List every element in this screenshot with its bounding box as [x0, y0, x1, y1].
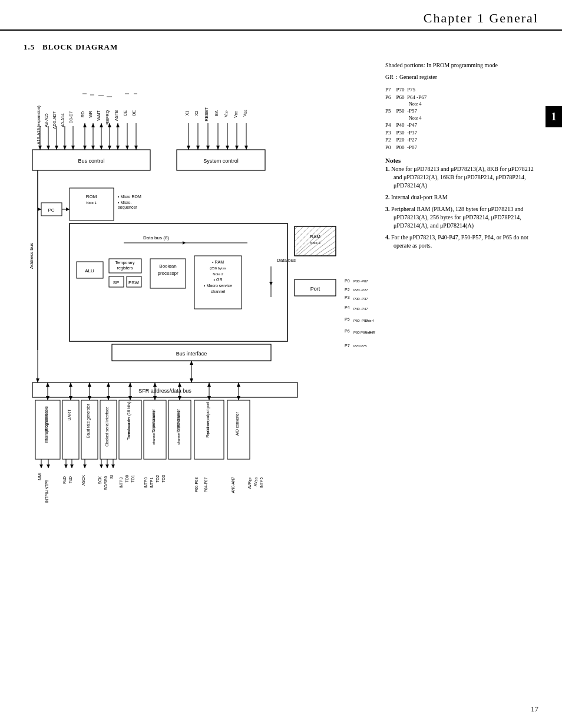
svg-marker-186 [47, 465, 50, 468]
svg-text:Note 4: Note 4 [365, 319, 374, 322]
svg-text:• Micro ROM: • Micro ROM [118, 195, 141, 199]
svg-marker-247 [190, 361, 193, 365]
svg-text:AVSS: AVSS [253, 477, 258, 486]
note-2: 2. Internal dual-port RAM [385, 193, 538, 202]
svg-marker-34 [71, 146, 75, 150]
svg-text:INTP0: INTP0 [144, 477, 148, 489]
svg-text:P40: P40 [353, 307, 360, 311]
svg-text:SFR address/data bus: SFR address/data bus [138, 388, 191, 394]
port-labels: P7 P70 P75 P6 P60 P64 -P67 Note 4 P5 P50… [385, 86, 538, 151]
svg-text:P75: P75 [361, 344, 367, 348]
svg-marker-238 [178, 396, 181, 400]
svg-text:TO0: TO0 [125, 475, 129, 483]
section-title: 1.5 BLOCK DIAGRAM [24, 42, 538, 52]
svg-text:X2: X2 [194, 111, 199, 116]
svg-text:• Micro-: • Micro- [118, 200, 133, 205]
svg-text:INTP3: INTP3 [119, 477, 123, 489]
svg-marker-51 [125, 146, 129, 150]
svg-text:ASTB: ASTB [114, 110, 118, 121]
svg-text:A/D converter: A/D converter [235, 411, 239, 436]
svg-text:Data bus (8): Data bus (8) [143, 235, 169, 241]
svg-text:Baud rate generator: Baud rate generator [86, 403, 91, 438]
svg-marker-235 [153, 396, 157, 400]
svg-text:P00: P00 [353, 279, 360, 283]
svg-marker-65 [235, 146, 239, 150]
svg-marker-61 [216, 146, 220, 150]
svg-text:AN0-AN7: AN0-AN7 [231, 477, 235, 493]
svg-marker-55 [187, 146, 190, 150]
svg-marker-190 [64, 465, 68, 468]
svg-marker-237 [178, 383, 181, 387]
svg-text:SO/SB0: SO/SB0 [104, 476, 108, 490]
svg-marker-234 [153, 383, 157, 387]
svg-marker-229 [107, 396, 110, 400]
shaded-note: Shaded portions: In PROM programming mod… [385, 61, 538, 70]
svg-text:Address bus: Address bus [29, 243, 34, 269]
svg-marker-243 [237, 383, 240, 387]
svg-text:Port: Port [310, 286, 320, 292]
svg-text:ROM: ROM [86, 194, 97, 199]
svg-text:Boolean: Boolean [159, 263, 176, 269]
svg-text:P70: P70 [353, 344, 360, 348]
svg-marker-78 [66, 207, 70, 211]
svg-marker-244 [237, 396, 240, 400]
svg-text:AD0-AD7: AD0-AD7 [52, 111, 57, 129]
svg-marker-32 [63, 146, 67, 150]
svg-marker-249 [36, 378, 39, 383]
svg-marker-48 [116, 146, 120, 150]
svg-marker-28 [47, 146, 50, 150]
svg-text:-P47: -P47 [361, 307, 368, 311]
svg-marker-40 [91, 123, 95, 127]
svg-text:PC: PC [48, 207, 54, 213]
svg-marker-241 [207, 396, 211, 400]
svg-text:P3: P3 [345, 295, 350, 299]
svg-text:sequencer: sequencer [118, 205, 137, 210]
svg-text:-P37: -P37 [361, 297, 368, 301]
svg-text:VDD: VDD [233, 111, 238, 118]
svg-marker-30 [55, 146, 58, 150]
svg-text:channel-1: channel-1 [127, 420, 131, 436]
svg-marker-59 [206, 146, 210, 150]
svg-text:Clocked serial interface: Clocked serial interface [105, 407, 109, 447]
svg-marker-102 [183, 241, 186, 245]
svg-text:• GR: • GR [214, 278, 223, 282]
svg-marker-200 [100, 465, 103, 468]
svg-rect-87 [70, 223, 287, 341]
svg-text:A8-A15: A8-A15 [44, 113, 48, 127]
svg-marker-49 [116, 123, 120, 127]
svg-text:• RAM: • RAM [212, 260, 224, 264]
svg-text:P00-P03: P00-P03 [194, 477, 199, 493]
svg-text:(4 bits×2): (4 bits×2) [206, 419, 210, 434]
note-1: 1. None for μPD78213 and μPD78213(A), 8K… [385, 165, 538, 190]
main-content: 1.5 BLOCK DIAGRAM A16-A19 (expansion) A8… [0, 31, 562, 635]
svg-text:SI: SI [110, 475, 114, 479]
svg-text:ALU: ALU [85, 268, 94, 274]
svg-marker-192 [70, 465, 74, 468]
svg-text:SP: SP [113, 280, 120, 285]
svg-text:Bus control: Bus control [78, 158, 104, 164]
svg-text:SCK: SCK [98, 476, 102, 484]
svg-text:VPP: VPP [224, 110, 229, 117]
svg-marker-67 [244, 146, 248, 150]
svg-marker-37 [83, 123, 87, 127]
svg-text:Note 4: Note 4 [365, 331, 374, 334]
block-diagram: A16-A19 (expansion) A8-A15 AD0-AD7 A0-A1… [24, 61, 376, 624]
svg-text:P60: P60 [353, 331, 360, 334]
svg-text:A16-A19 (expansion): A16-A19 (expansion) [37, 106, 41, 144]
svg-marker-39 [91, 146, 95, 150]
notes-section: Notes 1. None for μPD78213 and μPD78213(… [385, 156, 538, 250]
svg-text:TxD: TxD [68, 476, 72, 483]
svg-marker-184 [39, 465, 43, 468]
svg-line-119 [295, 226, 309, 241]
svg-text:ASCK: ASCK [81, 475, 85, 485]
svg-text:-P07: -P07 [361, 279, 368, 283]
svg-text:UART: UART [67, 409, 71, 421]
svg-text:INTP5: INTP5 [259, 477, 263, 489]
svg-text:AVREF: AVREF [247, 477, 252, 489]
svg-text:RxD: RxD [62, 476, 67, 484]
svg-text:System control: System control [203, 158, 239, 164]
svg-text:Temporary: Temporary [115, 261, 135, 265]
svg-marker-63 [226, 146, 229, 150]
svg-text:WR: WR [88, 111, 92, 118]
svg-text:INTP1: INTP1 [150, 477, 154, 489]
